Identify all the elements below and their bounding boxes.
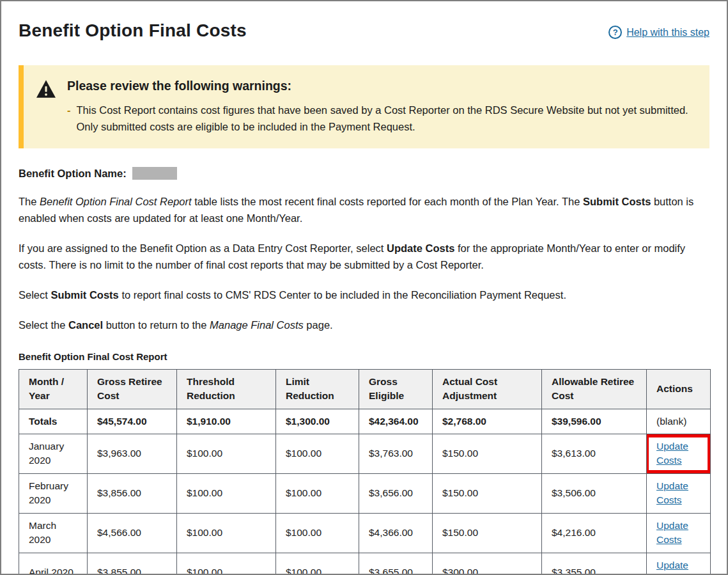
totals-value: $2,768.00 [433, 409, 542, 434]
actions-cell-highlighted: Update Costs [647, 434, 711, 473]
cost-value-cell: $3,963.00 [88, 434, 177, 473]
text: The [19, 196, 40, 207]
text: Select the [19, 319, 68, 331]
warning-item-list: -This Cost Report contains cost figures … [67, 102, 690, 135]
text: page. [304, 319, 333, 331]
text: If you are assigned to the Benefit Optio… [19, 242, 387, 254]
instruction-paragraph: Select Submit Costs to report final cost… [19, 287, 709, 303]
page-title: Benefit Option Final Costs [19, 20, 247, 41]
update-costs-link[interactable]: Update Costs [656, 520, 688, 545]
column-header-gross-retiree-cost: Gross Retiree Cost [88, 369, 177, 409]
cost-value-cell: $3,856.00 [88, 473, 177, 513]
text: table lists the most recent final costs … [192, 196, 583, 207]
instruction-paragraph: Select the Cancel button to return to th… [19, 317, 709, 333]
month-year-cell: March 2020 [19, 513, 88, 553]
cost-value-cell: $4,216.00 [542, 513, 647, 553]
text: Select [19, 289, 50, 301]
text: to report final costs to CMS' RDS Center… [119, 289, 566, 301]
text: button to return to the [103, 319, 210, 331]
update-costs-link[interactable]: Update Costs [656, 441, 688, 466]
instruction-paragraph: If you are assigned to the Benefit Optio… [19, 240, 709, 273]
totals-value: $1,910.00 [177, 409, 276, 434]
help-link-label: Help with this step [626, 27, 709, 38]
cost-value-cell: $3,506.00 [542, 473, 647, 513]
benefit-option-name-label: Benefit Option Name: [19, 168, 127, 180]
help-link[interactable]: ? Help with this step [608, 26, 709, 39]
cost-value-cell: $100.00 [177, 473, 276, 513]
actions-cell: Update Costs [647, 473, 711, 513]
cost-value-cell: $100.00 [276, 513, 359, 553]
cost-value-cell: $100.00 [276, 434, 359, 473]
cost-value-cell: $150.00 [433, 513, 542, 553]
redacted-benefit-option-value [132, 167, 177, 180]
cost-value-cell: $100.00 [177, 434, 276, 473]
cost-value-cell: $150.00 [433, 434, 542, 473]
cost-value-cell: $100.00 [177, 513, 276, 553]
column-header-actions: Actions [647, 369, 711, 409]
warning-bullet: - [67, 102, 71, 135]
cost-value-cell: $3,613.00 [542, 434, 647, 473]
warning-item: -This Cost Report contains cost figures … [67, 102, 690, 135]
column-header-month-year: Month / Year [19, 369, 88, 409]
actions-cell: Update Costs [647, 553, 711, 575]
final-cost-report-table: Month / YearGross Retiree CostThreshold … [19, 369, 711, 575]
month-year-cell: January 2020 [19, 434, 88, 473]
column-header-actual-cost-adjustment: Actual Cost Adjustment [433, 369, 542, 409]
bold-text: Submit Costs [583, 196, 651, 207]
table-caption: Benefit Option Final Cost Report [19, 351, 709, 362]
cost-value-cell: $3,355.00 [542, 553, 647, 575]
cost-value-cell: $3,855.00 [88, 553, 177, 575]
warning-triangle-icon [36, 80, 56, 135]
update-costs-link[interactable]: Update Costs [656, 560, 688, 575]
benefit-option-name-row: Benefit Option Name: [19, 167, 709, 180]
italic-text: Benefit Option Final Cost Report [40, 196, 192, 207]
totals-value: $39,596.00 [542, 409, 647, 434]
table-header-row: Month / YearGross Retiree CostThreshold … [19, 369, 711, 409]
page: Benefit Option Final Costs ? Help with t… [1, 20, 727, 575]
totals-value: $45,574.00 [88, 409, 177, 434]
cost-value-cell: $100.00 [177, 553, 276, 575]
page-header: Benefit Option Final Costs ? Help with t… [19, 20, 709, 41]
month-year-cell: February 2020 [19, 473, 88, 513]
cost-value-cell: $100.00 [276, 473, 359, 513]
actions-cell: Update Costs [647, 513, 711, 553]
cost-value-cell: $100.00 [276, 553, 359, 575]
instruction-paragraph: The Benefit Option Final Cost Report tab… [19, 193, 709, 226]
table-row-february-2020: February 2020$3,856.00$100.00$100.00$3,6… [19, 473, 711, 513]
cost-value-cell: $3,655.00 [359, 553, 433, 575]
warning-item-text: This Cost Report contains cost figures t… [77, 102, 691, 135]
column-header-limit-reduction: Limit Reduction [276, 369, 359, 409]
bold-text: Submit Costs [50, 289, 118, 301]
table-row-january-2020: January 2020$3,963.00$100.00$100.00$3,76… [19, 434, 711, 473]
cost-value-cell: $150.00 [433, 473, 542, 513]
cost-value-cell: $4,366.00 [359, 513, 433, 553]
warning-banner: Please review the following warnings: -T… [19, 65, 709, 148]
column-header-gross-eligible: Gross Eligible [359, 369, 433, 409]
totals-value: $1,300.00 [276, 409, 359, 434]
bold-text: Cancel [68, 319, 103, 331]
totals-row: Totals$45,574.00$1,910.00$1,300.00$42,36… [19, 409, 711, 434]
cost-value-cell: $300.00 [433, 553, 542, 575]
warning-body: Please review the following warnings: -T… [67, 79, 690, 135]
totals-value: $42,364.00 [359, 409, 433, 434]
italic-text: Manage Final Costs [210, 319, 304, 331]
table-row-march-2020: March 2020$4,566.00$100.00$100.00$4,366.… [19, 513, 711, 553]
totals-label: Totals [19, 409, 88, 434]
month-year-cell: April 2020 [19, 553, 88, 575]
column-header-threshold-reduction: Threshold Reduction [177, 369, 276, 409]
totals-actions-blank: (blank) [647, 409, 711, 434]
cost-value-cell: $4,566.00 [88, 513, 177, 553]
question-circle-icon: ? [608, 26, 622, 39]
cost-value-cell: $3,656.00 [359, 473, 433, 513]
warning-heading: Please review the following warnings: [67, 79, 690, 93]
bold-text: Update Costs [387, 242, 454, 254]
cost-value-cell: $3,763.00 [359, 434, 433, 473]
table-row-april-2020: April 2020$3,855.00$100.00$100.00$3,655.… [19, 553, 711, 575]
update-costs-link[interactable]: Update Costs [656, 480, 688, 505]
column-header-allowable-retiree-cost: Allowable Retiree Cost [542, 369, 647, 409]
instructions: The Benefit Option Final Cost Report tab… [19, 193, 709, 333]
